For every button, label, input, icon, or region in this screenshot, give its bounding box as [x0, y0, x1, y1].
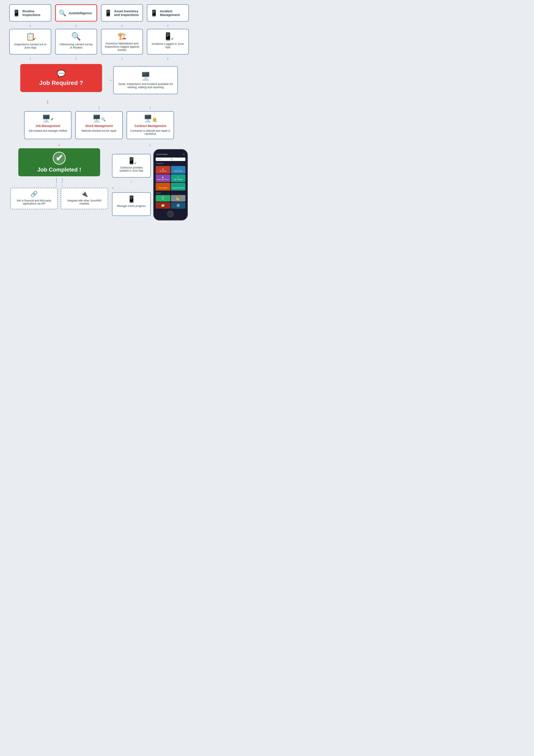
- inspections-juno-label: Inspections carried out in Juno App: [13, 43, 48, 49]
- routine-label: Routine Inspections: [22, 9, 48, 16]
- job-management-desc: Job created and manager notified: [29, 129, 67, 132]
- mgmt-arrow-2: ↓: [75, 105, 123, 110]
- dashed-arrow-2: ↓: [61, 178, 63, 188]
- arrow-row-1: ↓ ↓ ↓ ↓: [4, 21, 194, 29]
- contractor-label: Contractor provides updates in Juno App: [115, 166, 147, 172]
- chat-arrows-icon: 💬: [57, 69, 65, 78]
- asset-viewer-box: 🖥️ Asset, Inspections and Incident avail…: [113, 66, 178, 94]
- daily-icon: 📋: [162, 176, 164, 178]
- arrow-3: ↓: [101, 21, 143, 29]
- job-required-label: Job Required ?: [39, 80, 83, 86]
- photo-icon: 📷: [162, 185, 164, 187]
- asset-4-icon: ⚙️: [176, 204, 180, 207]
- asset-viewer-label: Asset, Inspections and Incident availabl…: [117, 82, 174, 89]
- share-icon: 🔗: [31, 191, 38, 198]
- arrow-5: ↓: [9, 55, 51, 62]
- top-box-juno: 🔍 JuoIntelligence: [55, 4, 97, 21]
- ewt-icon: ⚡: [177, 176, 179, 178]
- job-completed-box: ✔ Job Completed !: [18, 148, 100, 176]
- manager-tracks-box: 📱 Manager tracks progress: [112, 192, 151, 216]
- stock-management-box: 🖥️🔍 Stock Management Material checked ou…: [75, 111, 123, 139]
- phone-search-icon: 🔍: [170, 158, 185, 160]
- phone-asset-tile-3: 📁: [156, 202, 170, 209]
- phone-check-icon: 📱 ✔: [164, 32, 172, 40]
- phone-search-bar: Search... 🔍: [156, 157, 185, 161]
- job-required-box: 💬 Job Required ?: [20, 64, 102, 92]
- box-inspections-juno: 📋 ✔ Inspections carried out in Juno App: [9, 29, 51, 55]
- phone-inspection-grid: ⚠️ Accidents 🔧 TRAC Assist 📋 Daily Actio…: [156, 166, 185, 191]
- left-arrow-connector: ←: [109, 77, 113, 83]
- dashed-arrows: ↓ ↓: [55, 178, 63, 188]
- financial-link-label: link to financial and third party applic…: [14, 199, 54, 205]
- dashed-arrow-1: ↓: [55, 178, 57, 188]
- job-mgmt-icon: 🖥️✔: [42, 114, 54, 122]
- bottom-main-row: ↓ ✔ Job Completed ! ↓ ↓ 🔗 link to: [4, 141, 194, 221]
- contractor-phone-icon: 📱 ✔: [127, 157, 136, 164]
- phone-assets-title: Assets: [156, 192, 185, 194]
- accident-icon: ⚠️: [162, 168, 164, 170]
- job-required-row: 💬 Job Required ? ← 🖥️ Asset, Inspections…: [4, 62, 194, 94]
- contract-management-box: 🖥️👷 Contract Management Contractor is se…: [127, 111, 174, 139]
- phone-tile-trac: 🔧 TRAC Assist: [171, 166, 186, 174]
- phone-asset-tile-4: ⚙️: [171, 202, 186, 209]
- contractor-col: 📱 ✔ Contractor provides updates in Juno …: [112, 154, 151, 216]
- phone-mockup: pJunoViewer ≡ Search... 🔍 Inspection ⚠️ …: [153, 149, 188, 221]
- left-completed-col: ↓ ✔ Job Completed ! ↓ ↓ 🔗 link to: [10, 141, 108, 209]
- phone-asset-tile-1: 🗑️: [156, 195, 170, 202]
- mgmt-arrow-3: ↓: [127, 105, 174, 110]
- monitor-icon: 🖥️: [141, 71, 150, 81]
- job-management-title: Job Management: [36, 124, 60, 127]
- phone-tile-daily: 📋 Daily Action Form: [156, 174, 170, 182]
- red-arrow-down: ↓: [11, 98, 49, 105]
- right-column: ← 🖥️ Asset, Inspections and Incident ava…: [109, 62, 178, 94]
- arrow-1: ↓: [9, 21, 51, 29]
- bridge-icon: 🏗️: [118, 32, 126, 40]
- integrate-label: Integrate with other JunoAMS modules: [64, 199, 105, 205]
- phone-icon-2: 📱: [104, 10, 112, 16]
- arrow-row-2: ↓ ↓ ↓ ↓: [4, 55, 194, 62]
- stock-management-title: Stock Management: [85, 124, 113, 127]
- top-box-routine: 📱 Routine Inspections: [9, 4, 51, 21]
- trac-icon: 🔧: [177, 168, 179, 170]
- phone-search-text: Search...: [157, 158, 170, 160]
- asset-2-icon: 📐: [176, 197, 180, 200]
- stock-mgmt-icon: 🖥️🔍: [92, 114, 106, 122]
- asset-label: Asset Inventory and Inspections: [114, 9, 140, 16]
- second-row: 📋 ✔ Inspections carried out in Juno App …: [4, 29, 194, 55]
- phone-icon-3: 📱: [150, 10, 158, 16]
- mgmt-arrow-row: ↓ ↓: [4, 105, 194, 111]
- box-inventory: 🏗️ Inventory Maintained and Inspections …: [101, 29, 143, 55]
- contractor-phone-row: 📱 ✔ Contractor provides updates in Juno …: [112, 149, 188, 221]
- arrow-8: ↓: [147, 55, 189, 62]
- management-row: 🖥️✔ Job Management Job created and manag…: [4, 111, 194, 139]
- completed-check-icon: ✔: [53, 152, 66, 165]
- contract-management-desc: Contractor is selected and repair is car…: [130, 129, 170, 135]
- arrow-4: ↓: [147, 21, 189, 29]
- phone-tile-ewt: ⚡ EWT Incident: [171, 174, 186, 182]
- asset-1-icon: 🗑️: [161, 197, 165, 200]
- job-completed-label: Job Completed !: [37, 166, 81, 173]
- asset-arrow-group: ← 🖥️ Asset, Inspections and Incident ava…: [109, 66, 178, 94]
- bottom-boxes-row: 🔗 link to financial and third party appl…: [10, 188, 108, 209]
- clipboard-icon: 📋 ✔: [26, 32, 35, 41]
- asset-3-icon: 📁: [161, 204, 165, 207]
- arrow-to-manager: ↓: [131, 179, 132, 184]
- box-incidents: 📱 ✔ Incidents Logged in Juno App: [147, 29, 189, 55]
- phone-tile-photo: 📷 Photo Report: [156, 183, 170, 191]
- arrow-to-completed: ↓: [58, 141, 61, 148]
- top-box-asset: 📱 Asset Inventory and Inspections: [101, 4, 143, 21]
- trac-label: TRAC Assist: [174, 170, 182, 172]
- red-arrow-row: ↓: [4, 98, 194, 105]
- contract-mgmt-icon: 🖥️👷: [144, 114, 157, 122]
- accident-label: Accidents: [160, 170, 166, 172]
- manager-phone-icon: 📱: [127, 195, 136, 203]
- stock-management-desc: Material checked out for repair: [82, 129, 116, 132]
- plug-icon: 🔌: [81, 191, 88, 198]
- incident-label: Incident Management: [160, 9, 185, 16]
- waypoint-icon: 📍: [177, 185, 179, 187]
- ewt-label: EWT Incident: [173, 179, 183, 180]
- top-box-incident: 📱 Incident Management: [147, 4, 189, 21]
- right-contractor-col: ↓ 📱 ✔ Contractor provides updates in Jun…: [112, 141, 188, 221]
- top-row: 📱 Routine Inspections 🔍 JuoIntelligence …: [4, 4, 194, 21]
- phone-tile-waypoint: 📍 Waypoint Request: [171, 183, 186, 191]
